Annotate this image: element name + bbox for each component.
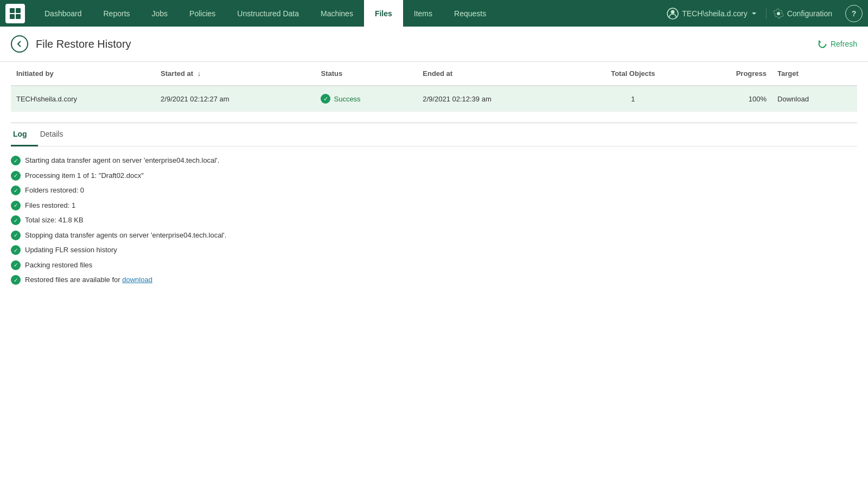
nav-item-jobs[interactable]: Jobs [141, 0, 179, 27]
log-text-2: Processing item 1 of 1: "Draft02.docx" [25, 170, 144, 181]
log-text-9: Restored files are available for downloa… [25, 274, 152, 285]
cell-target: Download [772, 86, 857, 112]
back-button[interactable] [11, 35, 28, 53]
log-content: ✓ Starting data transfer agent on server… [11, 155, 857, 285]
header-bar: File Restore History Refresh [0, 27, 868, 62]
log-line-1: ✓ Starting data transfer agent on server… [11, 155, 857, 166]
col-ended-at: Ended at [417, 62, 577, 86]
svg-rect-2 [10, 14, 15, 19]
log-success-icon-4: ✓ [11, 201, 21, 210]
nav-item-reports[interactable]: Reports [93, 0, 141, 27]
cell-started-at: 2/9/2021 02:12:27 am [155, 86, 315, 112]
tab-details[interactable]: Details [38, 123, 74, 146]
log-line-4: ✓ Files restored: 1 [11, 200, 857, 211]
table-row[interactable]: TECH\sheila.d.cory 2/9/2021 02:12:27 am … [11, 86, 857, 112]
col-target: Target [772, 62, 857, 86]
cell-progress: 100% [688, 86, 772, 112]
log-success-icon-6: ✓ [11, 231, 21, 240]
log-text-7: Updating FLR session history [25, 245, 117, 255]
log-success-icon-2: ✓ [11, 171, 21, 181]
main-content: File Restore History Refresh Initiated b… [0, 27, 868, 285]
nav-configuration[interactable]: Configuration [766, 8, 839, 19]
nav-item-machines[interactable]: Machines [310, 0, 364, 27]
svg-point-5 [671, 10, 675, 14]
log-success-icon-8: ✓ [11, 260, 21, 270]
refresh-button[interactable]: Refresh [818, 39, 857, 49]
col-status: Status [315, 62, 417, 86]
log-text-3: Folders restored: 0 [25, 185, 84, 196]
col-initiated-by: Initiated by [11, 62, 155, 86]
navbar: Dashboard Reports Jobs Policies Unstruct… [0, 0, 868, 27]
log-success-icon-3: ✓ [11, 186, 21, 195]
table-header-row: Initiated by Started at ↓ Status Ended a… [11, 62, 857, 86]
log-tabs: Log Details [11, 123, 857, 146]
cell-total-objects: 1 [578, 86, 688, 112]
svg-rect-0 [10, 8, 15, 13]
status-badge: ✓ Success [321, 94, 412, 104]
log-text-8: Packing restored files [25, 260, 92, 271]
log-line-7: ✓ Updating FLR session history [11, 245, 857, 255]
app-logo [5, 4, 25, 23]
svg-rect-1 [16, 8, 21, 13]
nav-help[interactable]: ? [845, 5, 863, 22]
sort-arrow-icon: ↓ [197, 69, 201, 78]
col-progress: Progress [688, 62, 772, 86]
cell-initiated-by: TECH\sheila.d.cory [11, 86, 155, 112]
svg-rect-3 [16, 14, 21, 19]
nav-item-policies[interactable]: Policies [178, 0, 226, 27]
log-line-9: ✓ Restored files are available for downl… [11, 274, 857, 285]
log-line-6: ✓ Stopping data transfer agents on serve… [11, 230, 857, 241]
nav-item-unstructured-data[interactable]: Unstructured Data [226, 0, 310, 27]
col-total-objects: Total Objects [578, 62, 688, 86]
log-line-8: ✓ Packing restored files [11, 260, 857, 271]
log-text-4: Files restored: 1 [25, 200, 75, 211]
log-section: Log Details ✓ Starting data transfer age… [0, 123, 868, 285]
nav-username: TECH\sheila.d.cory [682, 9, 748, 18]
log-text-6: Stopping data transfer agents on server … [25, 230, 226, 241]
log-line-3: ✓ Folders restored: 0 [11, 185, 857, 196]
nav-user[interactable]: TECH\sheila.d.cory [660, 8, 764, 20]
refresh-label: Refresh [831, 40, 857, 48]
restore-history-table: Initiated by Started at ↓ Status Ended a… [11, 62, 857, 112]
log-success-icon-5: ✓ [11, 215, 21, 225]
nav-config-label: Configuration [787, 9, 832, 18]
nav-item-dashboard[interactable]: Dashboard [34, 0, 93, 27]
log-text-5: Total size: 41.8 KB [25, 215, 84, 226]
success-check-icon: ✓ [321, 94, 330, 104]
nav-item-requests[interactable]: Requests [443, 0, 497, 27]
col-started-at[interactable]: Started at ↓ [155, 62, 315, 86]
log-line-2: ✓ Processing item 1 of 1: "Draft02.docx" [11, 170, 857, 181]
table-section: Initiated by Started at ↓ Status Ended a… [0, 62, 868, 112]
cell-ended-at: 2/9/2021 02:12:39 am [417, 86, 577, 112]
log-success-icon-7: ✓ [11, 245, 21, 255]
nav-item-files[interactable]: Files [364, 0, 403, 27]
nav-right: TECH\sheila.d.cory Configuration ? [660, 5, 863, 22]
nav-items: Dashboard Reports Jobs Policies Unstruct… [34, 0, 660, 27]
page-title: File Restore History [36, 38, 131, 50]
download-link[interactable]: download [122, 276, 152, 284]
log-line-5: ✓ Total size: 41.8 KB [11, 215, 857, 226]
tab-log[interactable]: Log [11, 123, 38, 146]
log-success-icon-1: ✓ [11, 156, 21, 165]
nav-item-items[interactable]: Items [403, 0, 443, 27]
log-text-1: Starting data transfer agent on server '… [25, 155, 219, 166]
log-success-icon-9: ✓ [11, 275, 21, 285]
cell-status: ✓ Success [315, 86, 417, 112]
